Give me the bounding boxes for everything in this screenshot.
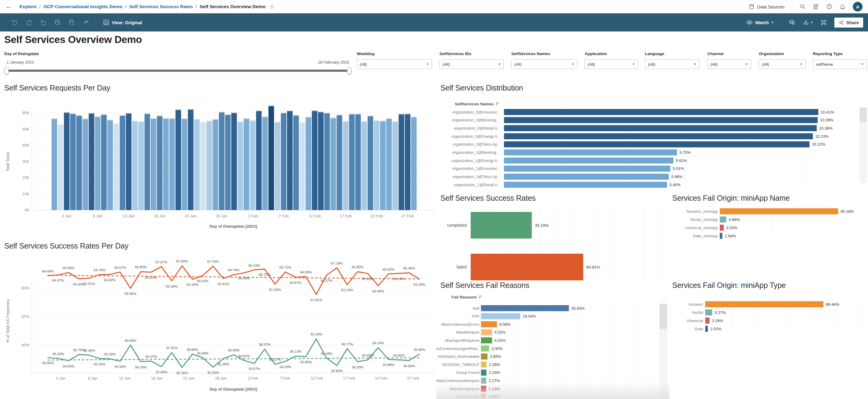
notifications-bell-icon[interactable] <box>839 4 845 10</box>
bar[interactable] <box>225 115 231 210</box>
bar[interactable] <box>151 119 156 210</box>
bar[interactable] <box>126 113 131 210</box>
bar[interactable] <box>481 362 487 367</box>
filter-dropdown-reporting-type[interactable]: selfServe▼ <box>813 59 867 69</box>
bar[interactable] <box>64 112 70 210</box>
filter-dropdown-language[interactable]: (All)▼ <box>645 59 700 69</box>
breadcrumb-item[interactable]: OCP Conversational Insights Demo <box>43 4 122 9</box>
bar[interactable] <box>114 125 119 210</box>
requests-per-day-chart[interactable]: 0K10K20K30K40K50K60KTotal Tasks3 Jan8 Ja… <box>0 82 436 232</box>
fail-reasons-chart[interactable]: Null35.93%FAR16.04%MaxContinuousErrors6.… <box>436 289 659 399</box>
bar[interactable] <box>399 114 404 210</box>
bar[interactable] <box>504 133 813 139</box>
bar[interactable] <box>337 115 342 210</box>
filter-dropdown-selfservices-ids[interactable]: (All)▼ <box>439 59 504 69</box>
pause-updates-icon[interactable] <box>68 20 75 26</box>
fail-reasons-scrollbar-thumb[interactable] <box>659 304 668 329</box>
fullscreen-icon[interactable] <box>820 19 827 26</box>
date-slider-track[interactable] <box>6 70 349 72</box>
redo-icon[interactable] <box>26 20 32 26</box>
bar[interactable] <box>481 354 487 360</box>
bar[interactable] <box>504 174 669 180</box>
fail-origin-miniapp-name-chart[interactable]: Numeric_miniApp90.18%YesNo_miniApp4.88%U… <box>670 198 868 250</box>
bar[interactable] <box>481 337 492 343</box>
bar[interactable] <box>705 301 824 307</box>
bar[interactable] <box>318 112 324 210</box>
bar[interactable] <box>95 117 101 210</box>
bar[interactable] <box>300 123 305 210</box>
bar[interactable] <box>481 370 487 376</box>
bar[interactable] <box>380 122 386 210</box>
bar[interactable] <box>132 122 138 210</box>
bar[interactable] <box>504 166 671 172</box>
bar[interactable] <box>269 106 274 210</box>
bar[interactable] <box>238 122 243 210</box>
bar[interactable] <box>83 119 88 210</box>
bar[interactable] <box>89 113 95 210</box>
bar[interactable] <box>504 141 809 147</box>
bar[interactable] <box>219 112 224 210</box>
revert-icon[interactable] <box>40 20 46 26</box>
bar[interactable] <box>176 110 181 210</box>
bar[interactable] <box>411 118 417 210</box>
bar[interactable] <box>720 208 838 214</box>
bar[interactable] <box>58 126 63 210</box>
bar[interactable] <box>76 116 82 210</box>
watch-button[interactable]: Watch ▼ <box>746 19 774 26</box>
bar[interactable] <box>349 114 355 210</box>
help-icon[interactable]: ? <box>826 4 832 10</box>
undo-icon[interactable] <box>11 20 18 26</box>
bar[interactable] <box>231 113 237 210</box>
bar[interactable] <box>504 125 817 131</box>
bar[interactable] <box>145 114 150 210</box>
bar[interactable] <box>481 313 520 320</box>
bar[interactable] <box>324 113 330 210</box>
distribution-scrollbar-thumb[interactable] <box>860 107 867 122</box>
bar[interactable] <box>101 115 107 210</box>
bar[interactable] <box>287 111 293 210</box>
bar[interactable] <box>471 212 532 238</box>
bar[interactable] <box>705 309 712 315</box>
bar[interactable] <box>705 326 708 332</box>
filter-dropdown-selfservices-names[interactable]: (All)▼ <box>511 59 577 69</box>
filter-dropdown-organization[interactable]: (All)▼ <box>759 59 806 69</box>
bar[interactable] <box>368 116 373 210</box>
bar[interactable] <box>471 254 583 280</box>
bar[interactable] <box>312 111 318 210</box>
bar[interactable] <box>481 329 492 335</box>
bar[interactable] <box>169 119 175 210</box>
back-icon[interactable]: ← <box>5 2 13 10</box>
bar[interactable] <box>362 122 367 210</box>
bar[interactable] <box>481 321 497 327</box>
filter-dropdown-application[interactable]: (All)▼ <box>585 59 638 69</box>
bar[interactable] <box>330 119 336 210</box>
fail-origin-miniapp-type-chart[interactable]: Numeric89.44%YesNo5.27%Universal3.26%Dat… <box>670 289 868 350</box>
distribution-chart[interactable]: organization_0@Insuranc..10.41%organizat… <box>436 98 861 189</box>
bar[interactable] <box>138 122 144 210</box>
bar[interactable] <box>157 116 163 210</box>
bar[interactable] <box>256 111 262 210</box>
bar[interactable] <box>244 119 249 210</box>
bar[interactable] <box>374 121 379 210</box>
bar[interactable] <box>194 120 200 210</box>
bar[interactable] <box>504 117 818 123</box>
data-sources-button[interactable]: Data Sources <box>749 4 785 10</box>
bar[interactable] <box>481 394 486 399</box>
bar[interactable] <box>481 345 489 352</box>
breadcrumb-item[interactable]: Explore <box>20 4 37 9</box>
bar[interactable] <box>504 149 677 156</box>
bar[interactable] <box>504 158 674 164</box>
refresh-data-icon[interactable] <box>54 20 61 26</box>
bar[interactable] <box>182 119 187 210</box>
bar[interactable] <box>163 119 169 210</box>
bar[interactable] <box>405 114 411 210</box>
bar[interactable] <box>720 225 724 231</box>
filter-dropdown-weekday[interactable]: (All)▼ <box>357 59 432 69</box>
bar[interactable] <box>504 181 667 188</box>
view-original-button[interactable]: View: Original <box>103 20 142 26</box>
bar[interactable] <box>343 122 348 210</box>
bar[interactable] <box>213 120 218 210</box>
bar[interactable] <box>262 117 268 210</box>
bar[interactable] <box>281 113 287 210</box>
bar[interactable] <box>107 121 113 210</box>
